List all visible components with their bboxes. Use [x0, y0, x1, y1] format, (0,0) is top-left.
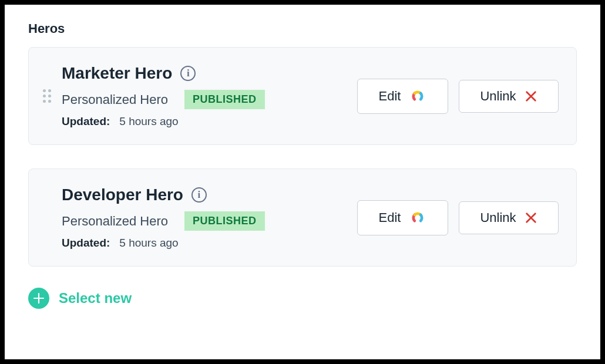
- card-content: Developer Hero i Personalized Hero PUBLI…: [62, 186, 347, 250]
- card-actions: Edit Unlink: [357, 79, 559, 114]
- hero-card: Marketer Hero i Personalized Hero PUBLIS…: [28, 47, 577, 145]
- card-title: Developer Hero: [62, 186, 183, 204]
- hero-card: Developer Hero i Personalized Hero PUBLI…: [28, 168, 577, 267]
- updated-label: Updated:: [62, 115, 110, 128]
- status-badge: PUBLISHED: [184, 211, 265, 231]
- unlink-button-label: Unlink: [480, 210, 516, 225]
- card-subtitle: Personalized Hero: [62, 214, 168, 229]
- select-new-label: Select new: [59, 290, 132, 306]
- drag-handle-icon[interactable]: [43, 89, 51, 103]
- card-actions: Edit Unlink: [357, 200, 559, 235]
- updated-value: 5 hours ago: [119, 237, 178, 250]
- updated-label: Updated:: [62, 237, 110, 250]
- info-icon[interactable]: i: [180, 66, 196, 81]
- edit-button[interactable]: Edit: [357, 79, 448, 114]
- select-new-button[interactable]: Select new: [28, 288, 577, 309]
- section-title: Heros: [28, 21, 577, 36]
- edit-button-label: Edit: [379, 210, 401, 225]
- contentful-icon: [409, 209, 426, 227]
- info-icon[interactable]: i: [191, 187, 207, 203]
- card-subtitle: Personalized Hero: [62, 92, 168, 107]
- close-icon: [525, 90, 537, 103]
- edit-button[interactable]: Edit: [357, 200, 448, 235]
- updated-value: 5 hours ago: [119, 115, 178, 128]
- card-title: Marketer Hero: [62, 64, 172, 83]
- card-content: Marketer Hero i Personalized Hero PUBLIS…: [62, 64, 347, 128]
- plus-icon: [28, 288, 49, 309]
- contentful-icon: [409, 87, 426, 105]
- status-badge: PUBLISHED: [184, 90, 265, 109]
- edit-button-label: Edit: [379, 89, 401, 104]
- unlink-button-label: Unlink: [480, 89, 516, 104]
- unlink-button[interactable]: Unlink: [459, 80, 559, 113]
- unlink-button[interactable]: Unlink: [459, 201, 559, 234]
- close-icon: [525, 211, 537, 224]
